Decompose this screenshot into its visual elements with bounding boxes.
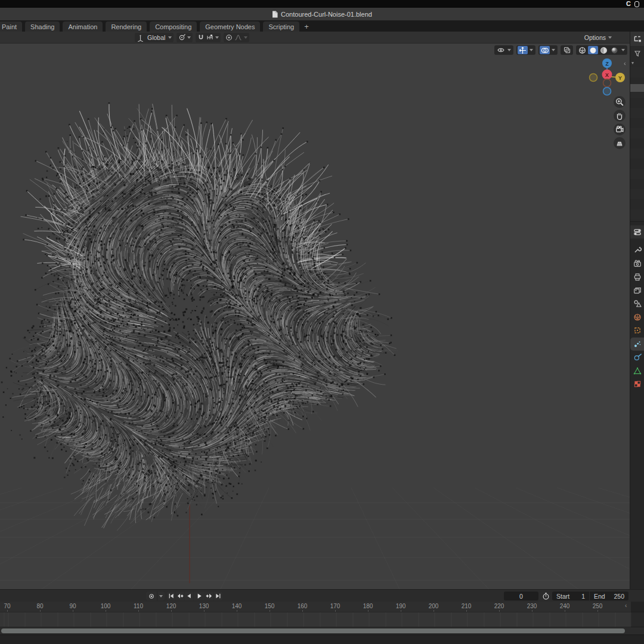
snap-target-dropdown[interactable] (177, 33, 193, 42)
properties-tab-physics[interactable] (630, 351, 644, 364)
navigation-gizmo[interactable]: Z Y X (586, 56, 628, 99)
current-frame-field[interactable]: 0 (504, 592, 538, 600)
ruler-frame-label: 190 (396, 603, 406, 609)
chevron-down-icon (159, 595, 163, 597)
gizmo-x-neg-axis[interactable] (603, 79, 611, 87)
auto-keying-dropdown[interactable] (157, 592, 165, 600)
chevron-down-icon[interactable] (506, 49, 512, 51)
ruler-frame-label: 250 (593, 603, 603, 609)
next-keyframe-button[interactable] (205, 592, 213, 600)
auto-keying-button[interactable] (146, 592, 157, 600)
properties-icon (633, 228, 642, 236)
proportional-edit-group (224, 33, 249, 42)
options-dropdown[interactable]: Options (584, 33, 612, 42)
ruler-frame-label: 120 (166, 603, 177, 609)
3d-viewport[interactable]: Global Options Z (0, 32, 630, 589)
ruler-frame-label: 220 (494, 603, 504, 609)
ruler-frame-label: 180 (363, 603, 373, 609)
visibility-eye-button[interactable] (496, 46, 506, 54)
zoom-tool-button[interactable] (614, 96, 626, 108)
properties-tab-particles[interactable] (630, 338, 644, 351)
workspace-tab-shading[interactable]: Shading (25, 21, 60, 32)
properties-tab-scene[interactable] (630, 297, 644, 310)
snap-increment-icon[interactable] (206, 34, 213, 41)
workspace-tabbar: PaintShadingAnimationRenderingCompositin… (0, 21, 644, 32)
magnet-icon[interactable] (197, 34, 205, 41)
ruler-frame-label: 240 (560, 603, 570, 609)
chevron-down-icon[interactable] (215, 36, 219, 39)
properties-tab-output[interactable] (630, 270, 644, 283)
play-button[interactable] (194, 592, 205, 600)
orientation-axes-icon (137, 34, 144, 42)
sidebar-collapse-arrow[interactable]: ‹ (624, 60, 626, 67)
workspace-tab-paint[interactable]: Paint (0, 21, 22, 32)
ruler-frame-label: 170 (330, 603, 340, 609)
pan-hand-icon (615, 112, 624, 120)
ruler-frame-label: 130 (199, 603, 209, 609)
overlays-button[interactable] (540, 46, 550, 54)
play-reverse-button[interactable] (185, 592, 193, 600)
toggle-ortho-button[interactable] (614, 137, 626, 149)
properties-tab-world[interactable] (630, 311, 644, 324)
properties-tab-tool[interactable] (630, 243, 644, 256)
os-window-icon (634, 1, 639, 7)
svg-text:X: X (605, 72, 609, 78)
falloff-curve-icon[interactable] (234, 34, 242, 41)
ruler-frame-label: 160 (298, 603, 308, 609)
proportional-edit-icon[interactable] (225, 34, 233, 41)
gizmo-y-neg-axis[interactable] (590, 74, 597, 82)
svg-text:Z: Z (605, 61, 609, 67)
properties-editor-type-button[interactable] (630, 225, 644, 239)
outliner-editor-type-button[interactable] (630, 32, 644, 46)
viewport-canvas[interactable] (0, 44, 630, 589)
use-preview-range-button[interactable] (541, 592, 550, 600)
transform-orientation-dropdown[interactable]: Global (135, 33, 174, 42)
chevron-down-icon[interactable] (550, 49, 556, 51)
jump-start-button[interactable] (167, 592, 175, 600)
end-frame-field[interactable]: End 250 (590, 592, 628, 600)
gizmos-button[interactable] (518, 46, 528, 54)
properties-tab-texture[interactable] (630, 377, 644, 391)
workspace-tab-animation[interactable]: Animation (63, 21, 103, 32)
properties-tab-render[interactable] (630, 257, 644, 270)
shading-wireframe-button[interactable] (577, 46, 587, 54)
chevron-down-icon[interactable] (620, 49, 626, 51)
add-workspace-button[interactable]: + (299, 21, 314, 32)
chevron-down-icon[interactable] (244, 36, 247, 39)
start-frame-field[interactable]: Start 1 (552, 592, 590, 600)
ruler-frame-label: 100 (101, 603, 111, 609)
jump-end-button[interactable] (214, 592, 222, 600)
gizmo-z-neg-axis[interactable] (603, 88, 611, 95)
grid-icon (615, 139, 624, 147)
prev-keyframe-button[interactable] (176, 592, 184, 600)
properties-tab-object[interactable] (630, 324, 644, 337)
shading-solid-button[interactable] (588, 46, 598, 54)
outliner-filter-button[interactable] (630, 48, 644, 59)
properties-tab-view-layer[interactable] (630, 284, 644, 297)
outliner-selected-row[interactable] (630, 84, 644, 92)
horizontal-scrollbar[interactable] (1, 628, 625, 633)
workspace-tab-rendering[interactable]: Rendering (106, 21, 147, 32)
orientation-label: Global (146, 34, 166, 41)
timeline-track[interactable] (0, 612, 644, 627)
timeline-collapse-arrow[interactable]: ‹ (625, 602, 627, 609)
filter-icon (634, 50, 641, 57)
workspace-tab-geometry-nodes[interactable]: Geometry Nodes (200, 21, 260, 32)
shading-material-button[interactable] (599, 46, 609, 54)
chevron-down-icon[interactable] (528, 49, 534, 51)
timeline-ruler[interactable]: 7080901001101201301401501601701801902002… (0, 602, 644, 612)
properties-tab-object-data[interactable] (630, 364, 644, 377)
camera-icon (615, 125, 624, 134)
shading-rendered-button[interactable] (609, 46, 620, 54)
disclosure-triangle-icon[interactable]: ▾ (631, 60, 634, 66)
xray-button[interactable] (562, 46, 572, 54)
pan-tool-button[interactable] (614, 110, 626, 122)
end-value: 250 (614, 593, 624, 600)
start-label: Start (556, 593, 569, 600)
playback-controls (146, 592, 222, 600)
options-label: Options (584, 34, 606, 41)
overlay-button-group (576, 45, 627, 55)
workspace-tab-compositing[interactable]: Compositing (150, 21, 197, 32)
workspace-tab-scripting[interactable]: Scripting (263, 21, 299, 32)
camera-view-button[interactable] (614, 123, 626, 135)
